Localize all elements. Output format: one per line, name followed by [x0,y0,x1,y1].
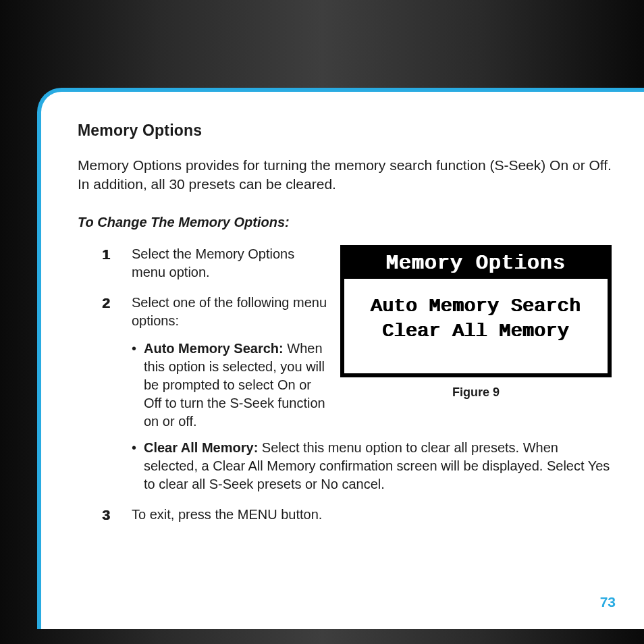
bullet-clear-all-memory: Clear All Memory: Select this menu optio… [132,439,612,493]
manual-page: Memory Options Memory Options provides f… [37,88,644,629]
sub-bullets: Auto Memory Search: When this option is … [132,340,612,493]
intro-paragraph: Memory Options provides for turning the … [78,156,612,194]
step-number: 1 [102,245,110,264]
section-title: Memory Options [78,122,612,140]
bullet-label: Clear All Memory: [144,440,258,455]
step-1: 1 Select the Memory Options menu option. [102,245,612,281]
step-text: Select one of the following menu options… [132,294,341,330]
step-2: 2 Select one of the following menu optio… [102,294,612,493]
content-row: Memory Options Auto Memory Search Clear … [78,245,612,536]
bullet-auto-memory-search: Auto Memory Search: When this option is … [132,340,612,431]
page-number: 73 [600,594,616,610]
bullet-label: Auto Memory Search: [144,341,284,356]
procedure-heading: To Change The Memory Options: [78,215,612,230]
step-text: To exit, press the MENU button. [132,507,322,522]
step-3: 3 To exit, press the MENU button. [102,506,612,524]
step-number: 3 [102,506,110,525]
step-text: Select the Memory Options menu option. [132,245,341,281]
step-number: 2 [102,294,110,313]
